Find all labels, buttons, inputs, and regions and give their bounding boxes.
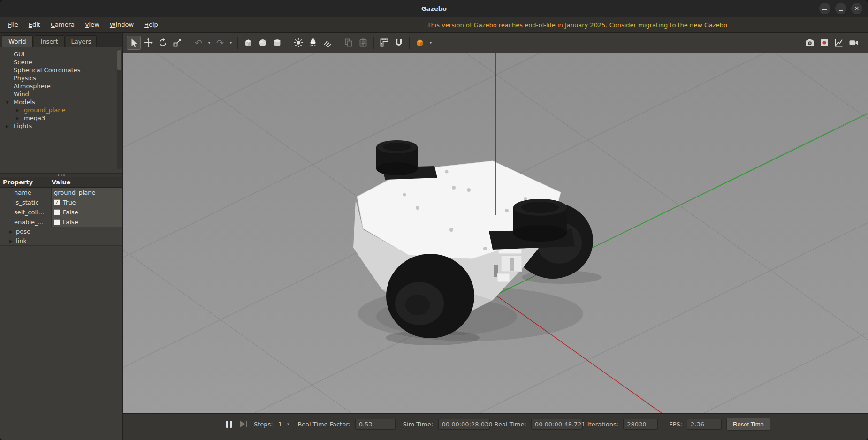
restore-button[interactable] xyxy=(835,3,846,14)
expander-closed-icon[interactable]: ▶ xyxy=(16,116,24,121)
snap-icon xyxy=(394,38,404,48)
view-angle-button[interactable] xyxy=(413,36,427,50)
menu-file[interactable]: File xyxy=(3,17,23,32)
tree-item-mega3[interactable]: ▶mega3 xyxy=(0,114,122,122)
rotate-tool-button[interactable] xyxy=(156,36,170,50)
right-lidar-puck xyxy=(513,199,567,242)
property-group-pose[interactable]: ▶ pose xyxy=(0,227,122,236)
video-record-button[interactable] xyxy=(846,36,860,50)
view-angle-cube-icon xyxy=(415,38,425,48)
dropdown-caret-icon: ▾ xyxy=(208,40,211,45)
minimize-button[interactable] xyxy=(819,3,830,14)
data-logger-icon xyxy=(819,38,830,48)
screenshot-button[interactable] xyxy=(803,36,817,50)
redo-button[interactable]: ↷ xyxy=(213,36,227,50)
box-shape-button[interactable] xyxy=(241,36,255,50)
menu-view[interactable]: View xyxy=(80,17,105,32)
tree-item-wind[interactable]: Wind xyxy=(0,90,122,98)
spot-light-icon xyxy=(308,38,318,48)
scene-render xyxy=(123,53,868,413)
menu-help[interactable]: Help xyxy=(139,17,163,32)
directional-light-button[interactable] xyxy=(320,36,335,50)
tree-item-lights[interactable]: ▶Lights xyxy=(0,122,122,130)
tree-item-physics[interactable]: Physics xyxy=(0,74,122,82)
video-record-icon xyxy=(848,38,859,48)
snap-button[interactable] xyxy=(392,36,406,50)
tree-item-gui[interactable]: GUI xyxy=(0,50,122,58)
fps-label: FPS: xyxy=(669,421,682,428)
scale-icon xyxy=(172,38,183,48)
undo-history-button[interactable]: ▾ xyxy=(206,36,213,50)
translate-tool-button[interactable] xyxy=(141,36,155,50)
scale-tool-button[interactable] xyxy=(170,36,184,50)
copy-button[interactable] xyxy=(342,36,356,50)
tree-scrollbar[interactable] xyxy=(117,49,122,169)
expander-closed-icon[interactable]: ▶ xyxy=(9,229,13,234)
panel-splitter[interactable] xyxy=(0,173,122,177)
menu-edit[interactable]: Edit xyxy=(23,17,46,32)
tab-layers[interactable]: Layers xyxy=(66,35,97,47)
undo-button[interactable]: ↶ xyxy=(191,36,206,50)
redo-history-button[interactable]: ▾ xyxy=(228,36,234,50)
window-controls: ✕ xyxy=(819,0,862,17)
3d-viewport[interactable] xyxy=(123,53,868,413)
tree-item-atmosphere[interactable]: Atmosphere xyxy=(0,82,122,90)
spot-light-button[interactable] xyxy=(306,36,320,50)
directional-light-icon xyxy=(322,38,333,48)
sphere-shape-button[interactable] xyxy=(256,36,270,50)
window-title: Gazebo xyxy=(421,5,447,12)
tree-scrollbar-handle[interactable] xyxy=(117,50,121,70)
tree-item-models[interactable]: ▼Models xyxy=(0,98,122,106)
paste-button[interactable] xyxy=(356,36,370,50)
pause-button[interactable] xyxy=(224,419,234,430)
minimize-icon xyxy=(822,9,827,10)
real-time-value: 00 00:00:48.721 xyxy=(531,419,583,430)
menubar: File Edit Camera View Window Help This v… xyxy=(0,17,868,33)
tree-item-ground-plane[interactable]: ▶ground_plane xyxy=(0,106,122,114)
property-table-header: Property Value xyxy=(0,177,122,188)
sim-time-label: Sim Time: xyxy=(403,421,434,428)
cylinder-icon xyxy=(272,38,282,48)
translate-icon xyxy=(143,38,153,48)
checkbox-enable-wind[interactable] xyxy=(54,219,60,225)
screenshot-camera-icon xyxy=(805,38,815,48)
step-button[interactable] xyxy=(238,419,249,429)
step-icon xyxy=(240,421,245,427)
align-button[interactable] xyxy=(377,36,391,50)
menu-camera[interactable]: Camera xyxy=(46,17,80,32)
steps-dropdown-icon[interactable]: ▾ xyxy=(287,422,289,426)
expander-open-icon[interactable]: ▼ xyxy=(6,100,14,105)
content-area: World Insert Layers GUI Scene Spherical … xyxy=(0,33,868,440)
window-bottom-edge xyxy=(123,434,868,440)
property-group-link[interactable]: ▶ link xyxy=(0,236,122,246)
checkbox-is-static[interactable]: ✓ xyxy=(54,199,60,205)
close-button[interactable]: ✕ xyxy=(851,3,862,14)
data-logger-button[interactable] xyxy=(817,36,831,50)
plot-button[interactable] xyxy=(832,36,846,50)
expander-closed-icon[interactable]: ▶ xyxy=(16,108,24,113)
expander-closed-icon[interactable]: ▶ xyxy=(6,124,14,129)
value-column-header: Value xyxy=(52,179,71,186)
tab-world[interactable]: World xyxy=(2,35,33,47)
steps-value[interactable]: 1 xyxy=(278,421,282,428)
view-angle-dropdown-button[interactable]: ▾ xyxy=(427,36,434,50)
select-tool-button[interactable] xyxy=(127,36,141,50)
eol-warning-text: This version of Gazebo reaches end-of-li… xyxy=(427,22,638,29)
point-light-button[interactable] xyxy=(291,36,305,50)
expander-closed-icon[interactable]: ▶ xyxy=(9,239,13,243)
name-value-field[interactable]: ground_plane xyxy=(52,188,122,197)
property-panel: Property Value name ground_plane is_stat… xyxy=(0,177,122,246)
tab-insert[interactable]: Insert xyxy=(34,35,65,47)
titlebar[interactable]: Gazebo ✕ xyxy=(0,0,868,17)
reset-time-button[interactable]: Reset Time xyxy=(726,418,770,431)
tree-item-spherical-coordinates[interactable]: Spherical Coordinates xyxy=(0,66,122,74)
property-column-header: Property xyxy=(0,179,52,186)
checkbox-self-collide[interactable] xyxy=(54,209,60,215)
toolbar-separator xyxy=(338,37,338,49)
property-row-is-static: is_static ✓True xyxy=(0,197,122,207)
migrate-link[interactable]: migrating to the new Gazebo xyxy=(638,22,727,29)
tree-item-scene[interactable]: Scene xyxy=(0,58,122,66)
cylinder-shape-button[interactable] xyxy=(270,36,284,50)
menu-window[interactable]: Window xyxy=(105,17,139,32)
close-icon: ✕ xyxy=(854,6,859,11)
